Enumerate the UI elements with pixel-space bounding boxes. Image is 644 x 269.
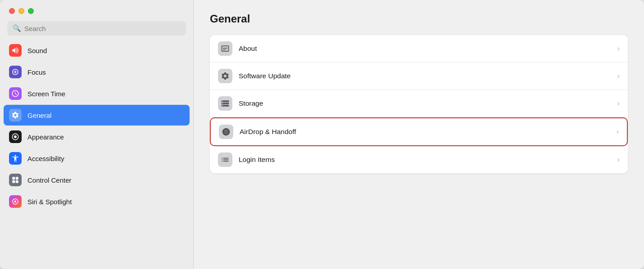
appearance-icon [9,130,22,143]
svg-rect-3 [16,177,18,179]
sidebar-item-siri-label: Siri & Spotlight [27,198,72,206]
sidebar-item-focus-label: Focus [27,68,46,76]
sidebar-item-screen-time-label: Screen Time [27,90,65,98]
svg-rect-4 [12,180,15,183]
about-label: About [239,45,617,53]
storage-label: Storage [239,99,617,108]
search-icon: 🔍 [13,24,21,32]
settings-row-airdrop-handoff[interactable]: AirDrop & Handoff › [210,117,628,146]
sound-icon [9,44,22,57]
airdrop-icon [219,125,233,139]
svg-point-1 [14,135,17,138]
sidebar: 🔍 Sound Focus [0,0,194,269]
sidebar-item-appearance-label: Appearance [27,133,64,141]
settings-list: About › Software Update › [210,35,628,173]
titlebar [0,0,193,18]
settings-row-software-update[interactable]: Software Update › [210,63,628,90]
svg-point-6 [14,201,17,203]
control-center-icon [9,174,22,186]
sidebar-item-accessibility-label: Accessibility [27,155,64,162]
search-bar[interactable]: 🔍 [7,21,186,36]
login-items-label: Login Items [239,156,617,164]
software-update-label: Software Update [239,72,617,80]
sidebar-item-control-center[interactable]: Control Center [4,170,190,190]
software-update-icon [218,69,232,83]
maximize-button[interactable] [28,8,34,14]
accessibility-icon [9,152,22,165]
airdrop-handoff-label: AirDrop & Handoff [240,128,617,136]
system-settings-window: 🔍 Sound Focus [0,0,644,269]
svg-point-7 [225,131,227,133]
minimize-button[interactable] [18,8,24,14]
siri-icon [9,195,22,208]
screen-time-icon [9,87,22,100]
about-icon [218,41,232,56]
settings-row-storage[interactable]: Storage › [210,90,628,117]
close-button[interactable] [9,8,15,14]
sidebar-item-appearance[interactable]: Appearance [4,126,190,147]
svg-rect-2 [12,177,15,179]
focus-icon [9,66,22,78]
sidebar-item-general[interactable]: General [4,105,190,126]
sidebar-list: Sound Focus Screen Time [0,40,193,269]
software-update-chevron: › [617,72,620,80]
login-items-icon [218,152,232,167]
svg-rect-5 [16,180,18,183]
storage-chevron: › [617,99,620,108]
airdrop-handoff-chevron: › [617,128,619,136]
settings-row-about[interactable]: About › [210,35,628,63]
page-title: General [210,13,628,25]
sidebar-item-sound[interactable]: Sound [4,40,190,61]
storage-icon [218,96,232,111]
sidebar-item-accessibility[interactable]: Accessibility [4,148,190,169]
sidebar-item-siri-spotlight[interactable]: Siri & Spotlight [4,191,190,212]
sidebar-item-control-center-label: Control Center [27,176,72,184]
sidebar-item-sound-label: Sound [27,47,47,54]
login-items-chevron: › [617,156,620,164]
about-chevron: › [617,45,620,53]
settings-row-login-items[interactable]: Login Items › [210,146,628,173]
search-input[interactable] [24,25,181,32]
general-icon [9,109,22,121]
sidebar-item-screen-time[interactable]: Screen Time [4,83,190,104]
sidebar-item-focus[interactable]: Focus [4,62,190,82]
main-content: General About › Software Upd [194,0,644,269]
sidebar-item-general-label: General [27,112,51,119]
